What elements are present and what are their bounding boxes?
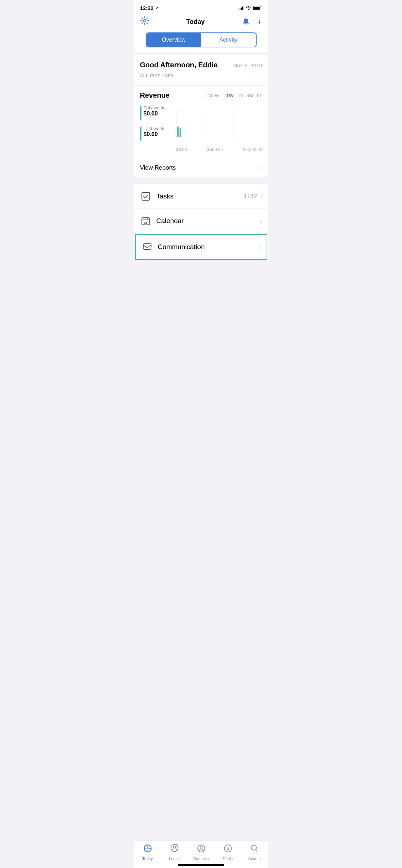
chart-legend: This week $0.00 Last week $0.00 bbox=[140, 105, 172, 141]
location-icon: ↗ bbox=[155, 6, 159, 11]
this-week-label: This week bbox=[144, 105, 165, 110]
status-time: 12:22 bbox=[140, 5, 154, 11]
filter-1y[interactable]: 1Y bbox=[256, 93, 262, 98]
svg-text:31: 31 bbox=[144, 221, 147, 224]
calendar-icon: 31 bbox=[140, 215, 151, 227]
tasks-count: 1142 bbox=[244, 193, 257, 200]
this-week-amount: $0.00 bbox=[144, 110, 165, 117]
svg-rect-7 bbox=[142, 192, 150, 200]
segmented-control: Overview Activity bbox=[146, 32, 257, 47]
svg-rect-5 bbox=[177, 126, 179, 137]
tasks-item[interactable]: Tasks 1142 › bbox=[134, 184, 268, 209]
communication-icon bbox=[141, 241, 153, 253]
this-week-indicator bbox=[140, 106, 141, 120]
revenue-title: Revenue bbox=[140, 91, 170, 99]
greeting-section: Good Afternoon, Eddie Nov 8, 2018 ALL PI… bbox=[134, 55, 268, 85]
list-section: Tasks 1142 › 31 Calendar › bbox=[134, 184, 268, 260]
tab-activity[interactable]: Activity bbox=[201, 33, 256, 47]
last-week-label: Last week bbox=[144, 126, 165, 131]
svg-point-0 bbox=[143, 20, 146, 22]
x-label-end: $1,000.00 bbox=[243, 147, 262, 152]
calendar-chevron: › bbox=[260, 217, 262, 225]
revenue-section: Revenue NOW · 1W 1M 3M 1Y This week bbox=[134, 85, 268, 158]
filter-1w[interactable]: 1W bbox=[226, 93, 233, 98]
filter-now[interactable]: NOW bbox=[207, 93, 219, 98]
header-icons: + bbox=[242, 17, 262, 27]
bell-icon[interactable] bbox=[242, 17, 250, 27]
communication-label: Communication bbox=[158, 243, 259, 251]
x-label-start: $0.00 bbox=[176, 147, 187, 152]
wifi-icon bbox=[246, 5, 251, 11]
pipelines-menu[interactable]: ··· bbox=[253, 72, 262, 79]
view-reports-chevron: › bbox=[260, 164, 262, 171]
tasks-chevron: › bbox=[260, 193, 262, 200]
filter-3m[interactable]: 3M bbox=[246, 93, 253, 98]
chart-x-labels: $0.00 $500.00 $1,000.00 bbox=[176, 146, 262, 155]
filter-dot: · bbox=[222, 93, 223, 97]
revenue-filters: NOW · 1W 1M 3M 1Y bbox=[207, 93, 262, 98]
last-week-indicator bbox=[140, 126, 141, 141]
page-title: Today bbox=[186, 18, 205, 26]
battery-icon bbox=[253, 6, 262, 10]
communication-chevron: › bbox=[259, 243, 261, 251]
header: Today + bbox=[134, 13, 268, 32]
pipelines-label: ALL PIPELINES bbox=[140, 73, 174, 78]
legend-this-week: This week $0.00 bbox=[140, 105, 172, 120]
legend-last-week: Last week $0.00 bbox=[140, 126, 172, 141]
chart-area: This week $0.00 Last week $0.00 bbox=[140, 105, 262, 158]
add-icon[interactable]: + bbox=[257, 17, 262, 26]
calendar-item[interactable]: 31 Calendar › bbox=[134, 209, 268, 233]
tasks-icon bbox=[140, 191, 151, 202]
calendar-label: Calendar bbox=[156, 217, 260, 225]
svg-rect-6 bbox=[179, 128, 181, 137]
last-week-amount: $0.00 bbox=[144, 131, 165, 138]
tasks-label: Tasks bbox=[156, 192, 244, 200]
x-label-mid: $500.00 bbox=[207, 147, 223, 152]
greeting-date: Nov 8, 2018 bbox=[233, 62, 262, 68]
greeting-text: Good Afternoon, Eddie bbox=[140, 61, 218, 69]
status-bar: 12:22 ↗ bbox=[134, 0, 268, 13]
view-reports-row[interactable]: View Reports › bbox=[134, 158, 268, 177]
filter-1m[interactable]: 1M bbox=[236, 93, 243, 98]
gear-icon[interactable] bbox=[140, 16, 149, 27]
chart-svg: $0.00 $500.00 $1,000.00 bbox=[176, 105, 262, 155]
svg-rect-10 bbox=[143, 244, 151, 249]
status-icons bbox=[237, 5, 262, 11]
view-reports-label: View Reports bbox=[140, 164, 176, 171]
communication-item[interactable]: Communication › bbox=[135, 234, 267, 260]
signal-strength bbox=[237, 6, 243, 10]
tab-overview[interactable]: Overview bbox=[146, 33, 201, 47]
